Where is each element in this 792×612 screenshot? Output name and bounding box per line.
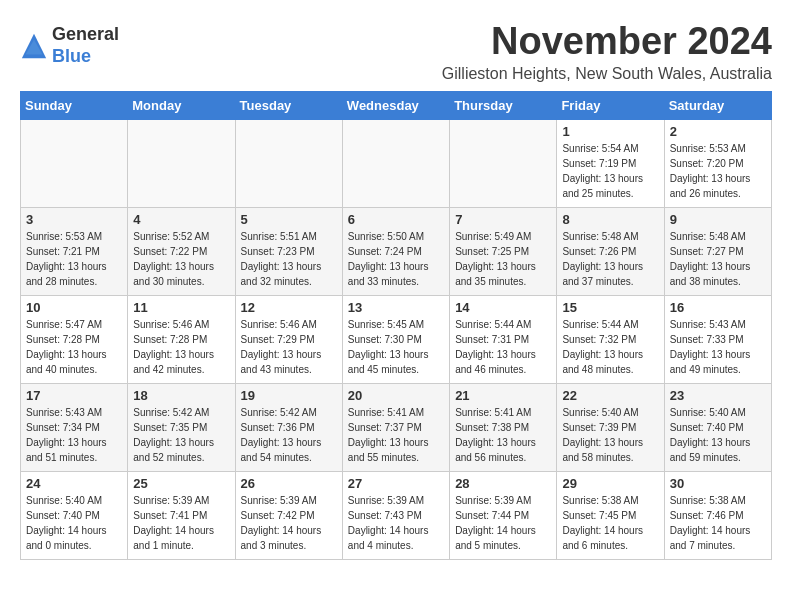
calendar-cell: 5Sunrise: 5:51 AM Sunset: 7:23 PM Daylig… [235,208,342,296]
day-info: Sunrise: 5:46 AM Sunset: 7:28 PM Dayligh… [133,317,229,377]
location-title: Gillieston Heights, New South Wales, Aus… [442,65,772,83]
calendar-cell: 15Sunrise: 5:44 AM Sunset: 7:32 PM Dayli… [557,296,664,384]
day-number: 13 [348,300,444,315]
day-info: Sunrise: 5:53 AM Sunset: 7:20 PM Dayligh… [670,141,766,201]
day-number: 28 [455,476,551,491]
day-number: 29 [562,476,658,491]
calendar-cell: 2Sunrise: 5:53 AM Sunset: 7:20 PM Daylig… [664,120,771,208]
calendar-cell: 22Sunrise: 5:40 AM Sunset: 7:39 PM Dayli… [557,384,664,472]
day-number: 5 [241,212,337,227]
calendar-cell: 23Sunrise: 5:40 AM Sunset: 7:40 PM Dayli… [664,384,771,472]
day-info: Sunrise: 5:39 AM Sunset: 7:42 PM Dayligh… [241,493,337,553]
day-info: Sunrise: 5:40 AM Sunset: 7:39 PM Dayligh… [562,405,658,465]
day-info: Sunrise: 5:48 AM Sunset: 7:27 PM Dayligh… [670,229,766,289]
calendar-row: 1Sunrise: 5:54 AM Sunset: 7:19 PM Daylig… [21,120,772,208]
calendar-cell: 16Sunrise: 5:43 AM Sunset: 7:33 PM Dayli… [664,296,771,384]
calendar-cell: 28Sunrise: 5:39 AM Sunset: 7:44 PM Dayli… [450,472,557,560]
logo-general: General [52,24,119,46]
calendar-cell: 20Sunrise: 5:41 AM Sunset: 7:37 PM Dayli… [342,384,449,472]
day-info: Sunrise: 5:44 AM Sunset: 7:31 PM Dayligh… [455,317,551,377]
day-number: 27 [348,476,444,491]
calendar-cell [235,120,342,208]
day-info: Sunrise: 5:45 AM Sunset: 7:30 PM Dayligh… [348,317,444,377]
header-cell: Tuesday [235,92,342,120]
day-number: 25 [133,476,229,491]
day-info: Sunrise: 5:41 AM Sunset: 7:37 PM Dayligh… [348,405,444,465]
day-info: Sunrise: 5:43 AM Sunset: 7:33 PM Dayligh… [670,317,766,377]
day-number: 6 [348,212,444,227]
day-number: 17 [26,388,122,403]
calendar-cell: 3Sunrise: 5:53 AM Sunset: 7:21 PM Daylig… [21,208,128,296]
day-number: 19 [241,388,337,403]
calendar-row: 10Sunrise: 5:47 AM Sunset: 7:28 PM Dayli… [21,296,772,384]
calendar-cell: 17Sunrise: 5:43 AM Sunset: 7:34 PM Dayli… [21,384,128,472]
header-cell: Wednesday [342,92,449,120]
header-cell: Thursday [450,92,557,120]
day-info: Sunrise: 5:48 AM Sunset: 7:26 PM Dayligh… [562,229,658,289]
calendar-cell [342,120,449,208]
calendar-cell: 26Sunrise: 5:39 AM Sunset: 7:42 PM Dayli… [235,472,342,560]
calendar-cell: 14Sunrise: 5:44 AM Sunset: 7:31 PM Dayli… [450,296,557,384]
calendar-cell: 24Sunrise: 5:40 AM Sunset: 7:40 PM Dayli… [21,472,128,560]
calendar-cell: 8Sunrise: 5:48 AM Sunset: 7:26 PM Daylig… [557,208,664,296]
calendar-cell [21,120,128,208]
day-info: Sunrise: 5:54 AM Sunset: 7:19 PM Dayligh… [562,141,658,201]
day-number: 16 [670,300,766,315]
calendar-cell: 9Sunrise: 5:48 AM Sunset: 7:27 PM Daylig… [664,208,771,296]
day-number: 8 [562,212,658,227]
day-number: 14 [455,300,551,315]
logo-blue: Blue [52,46,119,68]
day-info: Sunrise: 5:44 AM Sunset: 7:32 PM Dayligh… [562,317,658,377]
day-number: 24 [26,476,122,491]
day-number: 30 [670,476,766,491]
day-info: Sunrise: 5:46 AM Sunset: 7:29 PM Dayligh… [241,317,337,377]
header-row: SundayMondayTuesdayWednesdayThursdayFrid… [21,92,772,120]
day-info: Sunrise: 5:42 AM Sunset: 7:36 PM Dayligh… [241,405,337,465]
calendar-cell [128,120,235,208]
day-info: Sunrise: 5:41 AM Sunset: 7:38 PM Dayligh… [455,405,551,465]
month-title: November 2024 [442,20,772,63]
day-number: 1 [562,124,658,139]
day-number: 7 [455,212,551,227]
calendar-cell: 1Sunrise: 5:54 AM Sunset: 7:19 PM Daylig… [557,120,664,208]
day-info: Sunrise: 5:39 AM Sunset: 7:44 PM Dayligh… [455,493,551,553]
day-info: Sunrise: 5:51 AM Sunset: 7:23 PM Dayligh… [241,229,337,289]
header-cell: Sunday [21,92,128,120]
day-info: Sunrise: 5:49 AM Sunset: 7:25 PM Dayligh… [455,229,551,289]
calendar-cell: 10Sunrise: 5:47 AM Sunset: 7:28 PM Dayli… [21,296,128,384]
calendar-cell: 18Sunrise: 5:42 AM Sunset: 7:35 PM Dayli… [128,384,235,472]
header-cell: Monday [128,92,235,120]
calendar-cell: 29Sunrise: 5:38 AM Sunset: 7:45 PM Dayli… [557,472,664,560]
day-info: Sunrise: 5:40 AM Sunset: 7:40 PM Dayligh… [26,493,122,553]
calendar-table: SundayMondayTuesdayWednesdayThursdayFrid… [20,91,772,560]
calendar-row: 3Sunrise: 5:53 AM Sunset: 7:21 PM Daylig… [21,208,772,296]
calendar-cell [450,120,557,208]
day-number: 9 [670,212,766,227]
day-number: 18 [133,388,229,403]
day-number: 10 [26,300,122,315]
day-number: 3 [26,212,122,227]
calendar-cell: 7Sunrise: 5:49 AM Sunset: 7:25 PM Daylig… [450,208,557,296]
header-area: General Blue November 2024 Gillieston He… [20,20,772,83]
calendar-cell: 12Sunrise: 5:46 AM Sunset: 7:29 PM Dayli… [235,296,342,384]
day-info: Sunrise: 5:52 AM Sunset: 7:22 PM Dayligh… [133,229,229,289]
day-info: Sunrise: 5:39 AM Sunset: 7:43 PM Dayligh… [348,493,444,553]
day-info: Sunrise: 5:47 AM Sunset: 7:28 PM Dayligh… [26,317,122,377]
day-number: 4 [133,212,229,227]
header-cell: Friday [557,92,664,120]
day-number: 22 [562,388,658,403]
calendar-cell: 21Sunrise: 5:41 AM Sunset: 7:38 PM Dayli… [450,384,557,472]
logo-icon [20,32,48,60]
calendar-cell: 27Sunrise: 5:39 AM Sunset: 7:43 PM Dayli… [342,472,449,560]
day-number: 12 [241,300,337,315]
calendar-cell: 13Sunrise: 5:45 AM Sunset: 7:30 PM Dayli… [342,296,449,384]
day-info: Sunrise: 5:38 AM Sunset: 7:45 PM Dayligh… [562,493,658,553]
title-area: November 2024 Gillieston Heights, New So… [442,20,772,83]
day-number: 23 [670,388,766,403]
day-info: Sunrise: 5:39 AM Sunset: 7:41 PM Dayligh… [133,493,229,553]
day-number: 15 [562,300,658,315]
calendar-cell: 19Sunrise: 5:42 AM Sunset: 7:36 PM Dayli… [235,384,342,472]
day-info: Sunrise: 5:38 AM Sunset: 7:46 PM Dayligh… [670,493,766,553]
day-info: Sunrise: 5:40 AM Sunset: 7:40 PM Dayligh… [670,405,766,465]
calendar-row: 17Sunrise: 5:43 AM Sunset: 7:34 PM Dayli… [21,384,772,472]
